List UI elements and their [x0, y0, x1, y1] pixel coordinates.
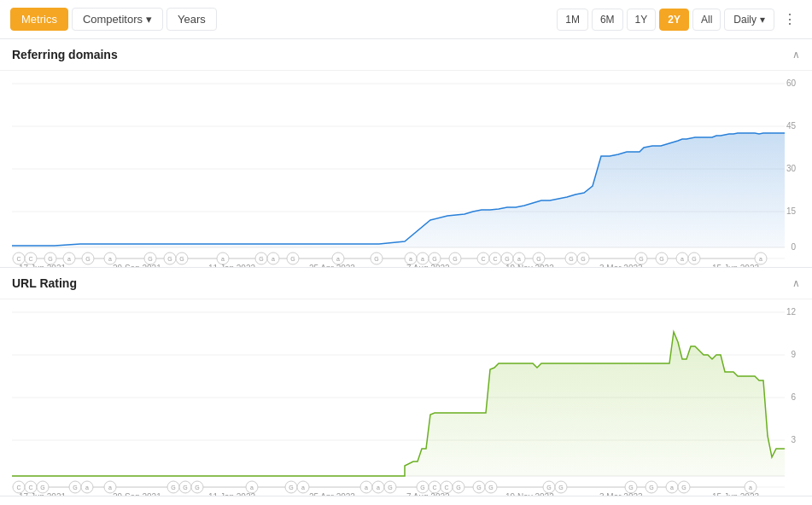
y-label-45: 45: [786, 121, 797, 131]
y-label-60: 60: [786, 78, 797, 88]
svg-text:G: G: [488, 485, 493, 490]
svg-text:a: a: [85, 485, 89, 490]
svg-text:G: G: [659, 256, 663, 262]
collapse-icon-2[interactable]: ∧: [792, 277, 800, 289]
referring-domains-chart: 60 45 30 15 0: [0, 71, 812, 267]
svg-text:a: a: [301, 485, 305, 490]
svg-text:C: C: [432, 485, 436, 490]
svg-text:G: G: [179, 256, 184, 262]
referring-domains-header: Referring domains ∧: [0, 39, 812, 71]
x-label-jan2022: 11 Jan 2022: [208, 264, 255, 267]
svg-text:a: a: [681, 256, 684, 262]
svg-text:G: G: [420, 485, 424, 490]
svg-text:C: C: [493, 256, 497, 262]
referring-domains-title: Referring domains: [12, 48, 118, 61]
metrics-tab[interactable]: Metrics: [10, 8, 68, 31]
svg-text:G: G: [167, 256, 172, 262]
svg-text:G: G: [183, 485, 187, 490]
svg-text:C: C: [28, 485, 32, 490]
svg-text:a: a: [108, 485, 112, 490]
url-rating-title: URL Rating: [12, 276, 77, 290]
years-tab[interactable]: Years: [166, 8, 217, 31]
x-label-jun2023: 15 Jun 2023: [712, 264, 759, 267]
svg-text:G: G: [476, 485, 481, 490]
competitors-tab[interactable]: Competitors ▾: [72, 8, 163, 31]
svg-text:a: a: [272, 256, 275, 262]
svg-text:G: G: [195, 485, 199, 490]
svg-text:G: G: [628, 485, 633, 490]
y-label-9: 9: [791, 350, 796, 359]
x-label-aug2022: 7 Aug 2022: [406, 264, 450, 267]
referring-domains-svg: 60 45 30 15 0: [12, 71, 800, 267]
svg-text:G: G: [546, 485, 551, 490]
svg-text:a: a: [67, 256, 71, 262]
event-markers-row: C C G a G a G G: [12, 252, 785, 264]
all-button[interactable]: All: [692, 9, 721, 31]
svg-text:G: G: [432, 256, 436, 262]
svg-text:a: a: [336, 256, 340, 262]
x-label-aug2022-2: 7 Aug 2022: [406, 492, 450, 496]
granularity-button[interactable]: Daily ▾: [724, 9, 774, 31]
referring-domains-section: Referring domains ∧ 60 45 30 15 0: [0, 39, 812, 268]
svg-text:a: a: [377, 485, 380, 490]
svg-text:C: C: [444, 485, 448, 490]
x-label-apr2022: 25 Apr 2022: [309, 264, 355, 267]
svg-text:a: a: [421, 256, 424, 262]
svg-text:a: a: [221, 256, 225, 262]
chevron-down-icon: ▾: [146, 13, 152, 26]
url-rating-header: URL Rating ∧: [0, 268, 812, 299]
time-controls: 1M 6M 1Y 2Y All Daily ▾ ⋮: [557, 8, 802, 31]
svg-text:a: a: [108, 256, 112, 262]
svg-text:a: a: [670, 485, 674, 490]
svg-text:C: C: [16, 485, 20, 490]
url-rating-svg: 12 9 6 3: [12, 299, 800, 496]
y-label-12: 12: [786, 307, 797, 316]
top-navigation: Metrics Competitors ▾ Years 1M 6M 1Y 2Y …: [0, 0, 812, 39]
svg-text:a: a: [365, 485, 368, 490]
svg-text:G: G: [73, 485, 77, 490]
x-label-nov2022: 19 Nov 2022: [505, 264, 554, 267]
svg-text:G: G: [569, 256, 573, 262]
svg-text:G: G: [289, 485, 293, 490]
svg-text:G: G: [290, 256, 295, 262]
6m-button[interactable]: 6M: [592, 9, 623, 31]
x-label-jun2021: 17 Jun 2021: [19, 264, 66, 267]
url-rating-chart: 12 9 6 3: [0, 299, 812, 496]
svg-text:G: G: [48, 256, 52, 262]
more-options-button[interactable]: ⋮: [778, 8, 802, 31]
1y-button[interactable]: 1Y: [627, 9, 657, 31]
x-label-apr2022-2: 25 Apr 2022: [309, 492, 355, 496]
y-label-6: 6: [791, 392, 796, 402]
nav-tabs: Metrics Competitors ▾ Years: [10, 8, 217, 31]
collapse-icon[interactable]: ∧: [792, 49, 800, 61]
1m-button[interactable]: 1M: [557, 9, 588, 31]
svg-text:G: G: [259, 256, 263, 262]
y-label-15: 15: [786, 206, 797, 216]
y-label-3: 3: [791, 435, 796, 444]
x-label-mar2023: 3 Mar 2023: [599, 264, 643, 267]
x-label-sep2021-2: 29 Sep 2021: [113, 492, 161, 496]
svg-text:G: G: [692, 256, 696, 262]
x-label-jun2023-2: 15 Jun 2023: [712, 492, 759, 496]
svg-text:G: G: [85, 256, 90, 262]
url-event-markers: C C G G a a G G G: [12, 481, 785, 493]
svg-text:G: G: [388, 485, 392, 490]
svg-text:a: a: [250, 485, 254, 490]
svg-text:G: G: [581, 256, 585, 262]
chevron-down-icon: ▾: [760, 14, 765, 26]
2y-button[interactable]: 2Y: [659, 9, 689, 31]
svg-text:G: G: [171, 485, 175, 490]
svg-text:G: G: [453, 256, 457, 262]
svg-text:G: G: [681, 485, 686, 490]
svg-text:a: a: [759, 256, 762, 262]
svg-text:G: G: [639, 256, 643, 262]
x-label-nov2022-2: 19 Nov 2022: [505, 492, 554, 496]
area-fill: [12, 133, 785, 247]
svg-text:a: a: [517, 256, 521, 262]
x-label-jan2022-2: 11 Jan 2022: [208, 492, 255, 496]
svg-text:a: a: [409, 256, 412, 262]
url-area-fill: [12, 332, 785, 476]
y-label-30: 30: [786, 164, 797, 173]
svg-text:G: G: [558, 485, 563, 490]
svg-text:G: G: [505, 256, 509, 262]
